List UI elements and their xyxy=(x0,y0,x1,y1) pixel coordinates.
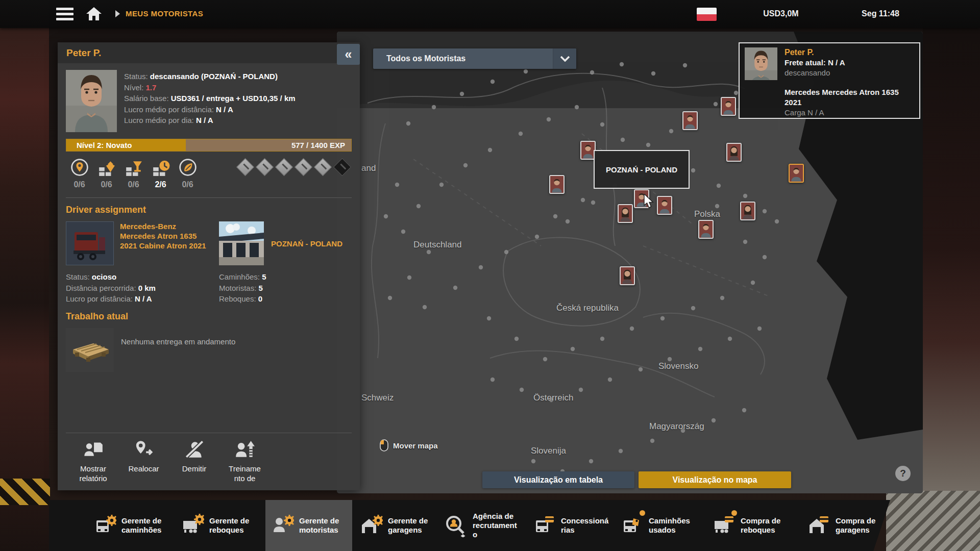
breadcrumb-arrow-icon xyxy=(115,10,120,17)
high-value-cargo-icon xyxy=(97,169,116,178)
collapse-panel-button[interactable]: « xyxy=(337,44,360,65)
driver-info-lines: Status: descansando (POZNAŃ - POLAND)Nív… xyxy=(124,70,296,132)
dismiss-button[interactable]: Demitir xyxy=(169,439,219,483)
driver-hover-card: Peter P. Frete atual: N / A descansando … xyxy=(739,42,920,119)
driver-truck: Mercedes Mercedes Atron 1635 2021 xyxy=(785,87,910,108)
cargo-pallet-thumbnail xyxy=(66,328,114,372)
train-icon xyxy=(234,439,256,461)
map-driver-marker[interactable] xyxy=(618,204,633,223)
driver-actions: Mostrar relatório Realocar Demitir Trein… xyxy=(66,433,352,490)
report-icon xyxy=(83,439,104,461)
map-driver-marker[interactable] xyxy=(682,111,698,130)
current-job-heading: Trabalho atual xyxy=(66,311,352,322)
dock-item-driver-gear[interactable]: Gerente de motoristas xyxy=(265,500,352,551)
truck-name-link[interactable]: Mercedes-Benz Mercedes Atron 1635 2021 C… xyxy=(120,221,208,265)
notification-dot xyxy=(640,510,645,516)
map-driver-marker[interactable] xyxy=(789,164,804,183)
recruitment-icon xyxy=(444,514,468,537)
exp-label: 577 / 1400 EXP xyxy=(291,141,345,149)
divider xyxy=(66,197,352,198)
map-driver-marker[interactable] xyxy=(657,196,672,215)
map-driver-marker[interactable] xyxy=(726,143,742,162)
dock-item-garage-gear[interactable]: Gerente de garagens xyxy=(354,500,441,551)
map-driver-marker[interactable] xyxy=(549,175,565,194)
info-line: Lucro médio por distância: N / A xyxy=(124,104,296,115)
adr-class-icon xyxy=(275,158,293,176)
skill-fragile-cargo-icon: 0/6 xyxy=(120,158,147,189)
dock-item-recruitment[interactable]: Agência de recrutament o xyxy=(439,500,526,551)
stat-line: Lucro por distância: N / A xyxy=(66,293,219,305)
mouse-icon xyxy=(380,439,388,452)
buy-garage-icon xyxy=(807,514,830,537)
map-driver-marker[interactable] xyxy=(620,266,635,285)
skill-long-distance-icon: 0/6 xyxy=(66,158,93,189)
driver-filter-value: Todos os Motoristas xyxy=(373,54,553,63)
truck-thumbnail[interactable] xyxy=(66,221,114,265)
dealer-icon xyxy=(532,514,556,537)
home-icon[interactable] xyxy=(86,6,102,21)
driver-filter-dropdown[interactable]: Todos os Motoristas xyxy=(373,48,576,69)
garage-gear-icon xyxy=(359,514,383,537)
relocate-button[interactable]: Realocar xyxy=(118,439,169,483)
report-button[interactable]: Mostrar relatório xyxy=(68,439,118,483)
chevron-down-icon[interactable] xyxy=(553,48,576,69)
garage-floor xyxy=(886,491,980,551)
stat-line: Status: ocioso xyxy=(66,271,219,283)
garage-thumbnail[interactable] xyxy=(219,221,264,265)
game-time: Seg 11:48 xyxy=(847,9,914,18)
skill-high-value-cargo-icon: 0/6 xyxy=(93,158,120,189)
train-button[interactable]: Treiname nto de xyxy=(219,439,270,483)
breadcrumb[interactable]: MEUS MOTORISTAS xyxy=(126,9,203,18)
fragile-cargo-icon xyxy=(125,169,143,178)
dock-item-buy-trailer[interactable]: Compra de reboques xyxy=(707,500,794,551)
no-delivery-message: Nenhuma entrega em andamento xyxy=(121,328,235,372)
adr-badges xyxy=(239,158,352,173)
level-label: Nível 2: Novato xyxy=(77,141,132,149)
mouse-cursor xyxy=(643,194,656,211)
truck-gear-icon xyxy=(93,514,116,537)
dock-item-trailer-gear[interactable]: Gerente de reboques xyxy=(176,500,262,551)
driver-name: Peter P. xyxy=(785,47,910,58)
driver-freight: Frete atual: N / A xyxy=(785,58,910,68)
dock-item-buy-garage[interactable]: Compra de garagens xyxy=(802,500,889,551)
dock-item-used-trucks[interactable]: Caminhões usados xyxy=(615,500,702,551)
trailer-gear-icon xyxy=(181,514,204,537)
map-driver-marker[interactable] xyxy=(698,220,714,239)
long-distance-icon xyxy=(70,169,89,178)
used-trucks-icon xyxy=(620,514,644,537)
info-line: Salário base: USD361 / entrega + USD10,3… xyxy=(124,93,296,104)
garage-right-wall xyxy=(923,0,980,551)
garage-stats: Caminhões: 5Motoristas: 5Reboques: 0 xyxy=(219,271,352,305)
driver-status: descansando xyxy=(785,68,910,78)
driver-photo xyxy=(66,70,117,132)
urgent-delivery-icon xyxy=(152,169,170,178)
relocate-icon xyxy=(133,439,155,461)
buy-trailer-icon xyxy=(712,514,736,537)
table-view-button[interactable]: Visualização em tabela xyxy=(482,471,634,488)
menu-icon[interactable] xyxy=(56,8,74,20)
driver-gear-icon xyxy=(271,514,294,537)
adr-class-icon xyxy=(333,158,351,176)
panel-title: Peter P. xyxy=(58,42,360,63)
stat-line: Distância percorrida: 0 km xyxy=(66,283,219,294)
adr-class-icon xyxy=(314,158,332,176)
hazard-stripe xyxy=(0,479,50,505)
help-button[interactable]: ? xyxy=(895,466,911,481)
poland-flag-icon xyxy=(697,8,717,21)
stat-line: Reboques: 0 xyxy=(219,293,352,305)
info-line: Lucro médio por dia: N / A xyxy=(124,115,296,126)
driver-cargo: Carga N / A xyxy=(785,108,910,118)
dismiss-icon xyxy=(184,439,205,461)
map-view-button[interactable]: Visualização no mapa xyxy=(639,471,791,488)
info-line: Nível: 1.7 xyxy=(124,82,296,93)
skill-eco-driving-icon: 0/6 xyxy=(174,158,201,189)
map-driver-marker[interactable] xyxy=(740,202,755,220)
top-bar: MEUS MOTORISTAS USD3,0M Seg 11:48 xyxy=(0,0,980,28)
dock-item-dealer[interactable]: Concessioná rias xyxy=(527,500,614,551)
dock-item-truck-gear[interactable]: Gerente de caminhões xyxy=(88,500,175,551)
assignment-heading: Driver assignment xyxy=(66,205,352,215)
garage-name-link[interactable]: POZNAŃ - POLAND xyxy=(271,221,342,265)
adr-class-icon xyxy=(256,158,274,176)
level-progress-bar: Nível 2: Novato 577 / 1400 EXP xyxy=(66,139,352,152)
map-driver-marker[interactable] xyxy=(721,97,736,116)
